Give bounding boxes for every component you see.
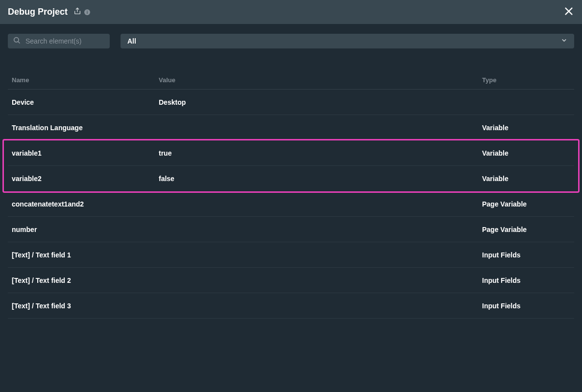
cell-name: [Text] / Text field 1 (12, 251, 159, 259)
highlighted-rows: variable1 true Variable variable2 false … (2, 139, 580, 193)
page-title: Debug Project (8, 7, 68, 17)
cell-type: Variable (482, 175, 570, 183)
cell-name: variable1 (12, 149, 159, 157)
cell-type: Variable (482, 124, 570, 132)
table-row[interactable]: concatenatetext1and2 Page Variable (8, 191, 574, 217)
col-name: Name (12, 76, 159, 84)
table-row[interactable]: variable1 true Variable (8, 140, 574, 166)
cell-type: Page Variable (482, 226, 570, 233)
svg-point-1 (87, 10, 88, 11)
table-row[interactable]: Translation Language Variable (8, 115, 574, 140)
share-icon[interactable] (73, 7, 81, 17)
toolbar: All (0, 24, 582, 53)
close-button[interactable] (563, 6, 574, 19)
search-input[interactable] (25, 37, 111, 45)
cell-value: Desktop (159, 98, 482, 106)
table-row[interactable]: Device Desktop (8, 90, 574, 115)
header-icons (73, 7, 90, 17)
filter-selected-label: All (127, 37, 136, 45)
cell-type: Input Fields (482, 251, 570, 259)
cell-type: Page Variable (482, 200, 570, 208)
cell-name: Device (12, 98, 159, 106)
cell-name: [Text] / Text field 2 (12, 277, 159, 284)
filter-dropdown[interactable]: All (121, 34, 574, 48)
table-row[interactable]: [Text] / Text field 3 Input Fields (8, 293, 574, 319)
cell-type: Input Fields (482, 302, 570, 310)
header-bar: Debug Project (0, 0, 582, 24)
cell-name: variable2 (12, 175, 159, 183)
chevron-down-icon (561, 37, 567, 45)
col-value: Value (159, 76, 482, 84)
table-row[interactable]: [Text] / Text field 2 Input Fields (8, 268, 574, 293)
debug-table: Name Value Type Device Desktop Translati… (0, 71, 582, 319)
cell-value: true (159, 149, 482, 157)
cell-name: concatenatetext1and2 (12, 200, 159, 208)
cell-name: Translation Language (12, 124, 159, 132)
cell-type: Variable (482, 149, 570, 157)
info-icon[interactable] (84, 9, 90, 15)
svg-line-6 (18, 42, 20, 43)
svg-rect-2 (87, 12, 87, 14)
search-icon (13, 36, 21, 46)
table-header: Name Value Type (8, 71, 574, 90)
cell-type: Input Fields (482, 277, 570, 284)
col-type: Type (482, 76, 570, 84)
table-row[interactable]: [Text] / Text field 1 Input Fields (8, 242, 574, 268)
cell-name: number (12, 226, 159, 233)
cell-value: false (159, 175, 482, 183)
cell-name: [Text] / Text field 3 (12, 302, 159, 310)
table-row[interactable]: number Page Variable (8, 217, 574, 242)
search-container (8, 34, 110, 48)
table-row[interactable]: variable2 false Variable (8, 166, 574, 191)
